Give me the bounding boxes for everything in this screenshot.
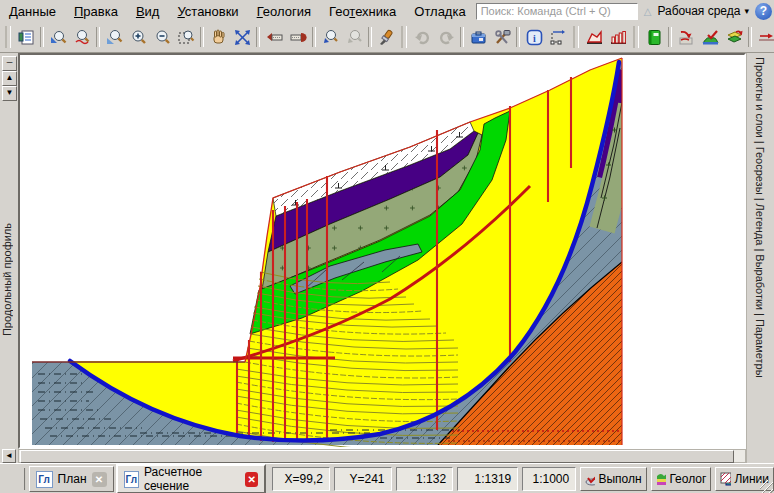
section-right-button[interactable] <box>286 25 310 49</box>
find-button[interactable] <box>318 25 342 49</box>
zoom-out-button[interactable] <box>150 25 174 49</box>
collapse-button[interactable]: ─ <box>2 56 17 71</box>
y-coordinate: Y=241 <box>334 467 392 491</box>
zoom-in-button[interactable] <box>126 25 150 49</box>
doc-properties-button[interactable] <box>14 25 38 49</box>
zoom-previous-button[interactable] <box>70 25 94 49</box>
measure-frame-icon <box>550 29 567 46</box>
info-button[interactable]: i <box>522 25 546 49</box>
line-arrow-icon <box>758 29 774 46</box>
tab-plan[interactable]: Гл План ✕ <box>29 466 114 492</box>
scroll-left-button[interactable]: ◄ <box>2 449 16 463</box>
find-next-icon <box>346 29 363 46</box>
tab-calculation-section[interactable]: Гл Расчетное сечение ✕ <box>116 464 267 493</box>
undo-icon <box>414 29 431 46</box>
zoom-in-icon <box>130 29 147 46</box>
brush-tool-icon <box>378 29 395 46</box>
toolbar-grip[interactable] <box>633 26 639 48</box>
geology-check-button[interactable] <box>698 25 722 49</box>
section-left-icon <box>266 29 283 46</box>
tools-button[interactable] <box>490 25 514 49</box>
zoom-window-button[interactable] <box>102 25 126 49</box>
application-window: Данные Правка Вид Установки Геология Гео… <box>0 0 774 493</box>
section-left-button[interactable] <box>262 25 286 49</box>
find-next-button[interactable] <box>342 25 366 49</box>
menu-geotechnics[interactable]: Геотехника <box>320 2 405 21</box>
undo-button[interactable] <box>410 25 434 49</box>
main-toolbar: i » <box>0 22 774 53</box>
zoom-selection-button[interactable] <box>174 25 198 49</box>
zoom-extents-button[interactable] <box>46 25 70 49</box>
section-right-icon <box>290 29 307 46</box>
document-icon: Гл <box>36 471 53 488</box>
check-icon <box>585 472 595 486</box>
scale-horizontal: 1:1319 <box>457 467 518 491</box>
scroll-up-button[interactable]: ▲ <box>2 71 17 86</box>
drawing-canvas[interactable] <box>18 53 746 449</box>
toolbar-grip[interactable] <box>5 26 11 48</box>
zoom-selection-icon <box>178 29 195 46</box>
geology-check-icon <box>702 29 719 46</box>
pan-button[interactable] <box>206 25 230 49</box>
bar-chart-icon <box>610 29 627 46</box>
menu-edit[interactable]: Правка <box>65 2 127 21</box>
menu-settings[interactable]: Установки <box>168 2 247 21</box>
right-panel-strip: Проекты и слои | Геосрезы | Легенда | Вы… <box>746 53 774 463</box>
geology-toggle[interactable]: Геолог <box>651 467 712 491</box>
scale-vertical: 1:1000 <box>522 467 576 491</box>
find-icon <box>322 29 339 46</box>
help-icon[interactable]: ? <box>755 3 772 20</box>
menu-bar: Данные Правка Вид Установки Геология Гео… <box>0 0 774 23</box>
resize-grip[interactable] <box>760 480 773 493</box>
geological-section <box>20 55 744 447</box>
layers-export-icon <box>726 29 743 46</box>
horizontal-scrollbar[interactable] <box>18 449 746 463</box>
geology-layers-icon <box>656 472 667 486</box>
layers-export-button[interactable] <box>722 25 746 49</box>
line-arrow-button[interactable] <box>754 25 774 49</box>
scroll-down-button[interactable]: ▼ <box>2 86 17 101</box>
scrollbar-thumb[interactable] <box>20 450 734 463</box>
close-icon[interactable]: ✕ <box>245 472 258 487</box>
measure-frame-button[interactable] <box>546 25 570 49</box>
project-case-icon <box>470 29 487 46</box>
profile-chart-icon <box>586 29 603 46</box>
svg-text:i: i <box>533 32 536 43</box>
document-icon: Гл <box>124 471 139 488</box>
menu-data[interactable]: Данные <box>0 2 65 21</box>
toolbar-grip[interactable] <box>401 26 407 48</box>
project-case-button[interactable] <box>466 25 490 49</box>
left-panel-strip: ─ ▲ ▼ Продольный профиль <box>0 53 18 463</box>
menu-debug[interactable]: Отладка <box>405 2 474 21</box>
scale-current: 1:132 <box>396 467 454 491</box>
zoom-out-icon <box>154 29 171 46</box>
section-curve-icon <box>678 29 695 46</box>
profile-chart-button[interactable] <box>582 25 606 49</box>
workspace-switcher[interactable]: Рабочая среда <box>657 4 740 18</box>
toolbar-grip[interactable] <box>573 26 579 48</box>
redo-button[interactable] <box>434 25 458 49</box>
execute-toggle[interactable]: Выполн <box>580 467 646 491</box>
x-coordinate: X=99,2 <box>272 467 330 491</box>
fit-view-button[interactable] <box>230 25 254 49</box>
bar-chart-button[interactable] <box>606 25 630 49</box>
legend-book-button[interactable] <box>642 25 666 49</box>
close-icon[interactable]: ✕ <box>92 472 107 487</box>
zoom-window-icon <box>106 29 123 46</box>
menu-view[interactable]: Вид <box>127 2 169 21</box>
fit-view-icon <box>234 29 251 46</box>
legend-book-icon <box>646 29 663 46</box>
tools-icon <box>494 29 511 46</box>
brush-tool-button[interactable] <box>374 25 398 49</box>
chevron-down-icon: ▾ <box>744 6 749 16</box>
status-bar: Гл План ✕ Гл Расчетное сечение ✕ X=99,2 … <box>0 463 774 493</box>
doc-properties-icon <box>18 29 35 46</box>
hatch-square-icon <box>720 472 731 486</box>
menu-geology[interactable]: Геология <box>248 2 320 21</box>
right-panel-tabs[interactable]: Проекты и слои | Геосрезы | Легенда | Вы… <box>754 57 766 378</box>
zoom-extents-icon <box>50 29 67 46</box>
tab-longitudinal-profile[interactable]: Продольный профиль <box>1 223 13 336</box>
search-input[interactable] <box>476 3 638 20</box>
info-icon: i <box>526 29 543 46</box>
section-curve-button[interactable] <box>674 25 698 49</box>
